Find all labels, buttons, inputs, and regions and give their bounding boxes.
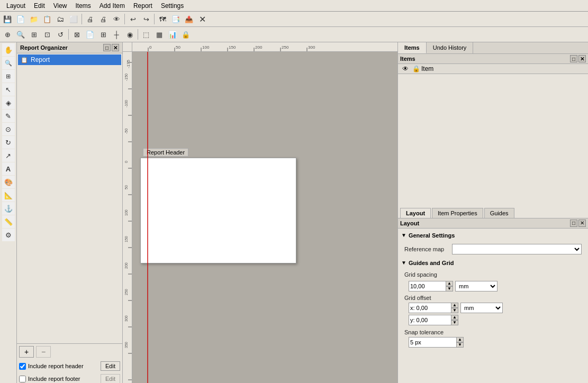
canvas-scroll[interactable]: Report Header	[132, 52, 397, 383]
rotate-tool[interactable]: ↻	[2, 136, 15, 149]
menu-report[interactable]: Report	[129, 1, 157, 11]
toolbar2-sep-2	[138, 29, 138, 40]
undo-button[interactable]: ↩	[126, 13, 139, 25]
menu-items[interactable]: Items	[71, 1, 95, 11]
add-item-button[interactable]: ⊕	[1, 28, 14, 41]
zoom-in-button[interactable]: 🔍	[14, 28, 27, 41]
grid-spacing-unit[interactable]: mm	[455, 281, 497, 291]
grid-offset-x-input[interactable]: x: 0,00	[409, 303, 451, 313]
preview-button[interactable]: 👁	[110, 13, 123, 25]
print2-button[interactable]: 🖨	[97, 13, 110, 25]
offset-y-down[interactable]: ▼	[451, 320, 458, 325]
zoom-refresh-button[interactable]: ↺	[54, 28, 67, 41]
svg-text:-50: -50	[124, 129, 128, 134]
svg-text:-175: -175	[126, 59, 131, 68]
arrow-tool[interactable]: ↗	[2, 149, 15, 162]
edit-header-button[interactable]: Edit	[101, 361, 120, 371]
canvas-body: -175 -150 -100 -50	[123, 52, 397, 383]
text-tool[interactable]: A	[2, 162, 15, 175]
items-panel: Items □ ✕ 👁 🔒 Item	[398, 54, 588, 207]
report-organizer-title: Report Organizer □ ✕	[17, 42, 122, 53]
tree-item-report[interactable]: 📋 Report	[18, 54, 121, 65]
left-toolbar: ✋ 🔍 ⊞ ↖ ◈ ✎ ⊙ ↻ ↗ A 🎨 📐 ⚓ 📏 ⚙	[0, 42, 17, 383]
tab-undo-history[interactable]: Undo History	[427, 42, 474, 53]
ruler-tool[interactable]: 📏	[2, 215, 15, 228]
stamp-tool[interactable]: ⊙	[2, 123, 15, 135]
export-button[interactable]: ⬜	[67, 13, 80, 25]
folder-button[interactable]: 🗂	[54, 13, 67, 25]
snap-tol-down[interactable]: ▼	[456, 342, 464, 348]
snap-guide-button[interactable]: ┼	[110, 28, 123, 41]
items-close-btn[interactable]: ✕	[578, 55, 586, 62]
grid-spacing-down[interactable]: ▼	[446, 286, 453, 291]
remove-section-button[interactable]: −	[36, 346, 51, 358]
menu-view[interactable]: View	[49, 1, 71, 11]
menu-edit[interactable]: Edit	[30, 1, 49, 11]
print-button[interactable]: 🖨	[84, 13, 96, 25]
view-page-button[interactable]: 📄	[84, 28, 96, 41]
snap-item-button[interactable]: ◉	[123, 28, 136, 41]
offset-x-up[interactable]: ▲	[451, 303, 458, 308]
panel-float-btn[interactable]: □	[103, 44, 111, 51]
snap-tol-up[interactable]: ▲	[456, 337, 464, 342]
new-button[interactable]: 📄	[14, 13, 27, 25]
menu-settings[interactable]: Settings	[157, 1, 188, 11]
menu-layout[interactable]: Layout	[2, 1, 30, 11]
tab-layout[interactable]: Layout	[400, 208, 431, 218]
zoom-fit-button[interactable]: ⊞	[28, 28, 40, 41]
save-as-button[interactable]: 📋	[41, 13, 53, 25]
menu-add-item[interactable]: Add Item	[95, 1, 129, 11]
grid-spacing-up[interactable]: ▲	[446, 281, 453, 286]
atlas-button[interactable]: 🗺	[156, 13, 169, 25]
save-button[interactable]: 💾	[1, 13, 14, 25]
anchor-tool[interactable]: ⚓	[2, 202, 15, 215]
atlas2-button[interactable]: 📑	[169, 13, 182, 25]
tab-items[interactable]: Items	[398, 42, 427, 53]
node-edit-tool[interactable]: ◈	[2, 96, 15, 109]
export3-button[interactable]: 📤	[183, 13, 195, 25]
grid-offset-label-row: Grid offset	[404, 293, 582, 303]
add-section-button[interactable]: +	[19, 346, 34, 358]
pan-tool[interactable]: ✋	[2, 43, 15, 56]
offset-y-up[interactable]: ▲	[451, 315, 458, 320]
layout-close-btn[interactable]: ✕	[578, 220, 586, 227]
guides-grid-header[interactable]: ▼ Guides and Grid	[400, 258, 586, 268]
edit-tool[interactable]: ✎	[2, 110, 15, 122]
grid-spacing-input[interactable]: 10,00	[409, 281, 446, 291]
color-tool[interactable]: 🎨	[2, 176, 15, 188]
select-all-button[interactable]: ⬚	[140, 28, 152, 41]
panel-close-btn[interactable]: ✕	[112, 44, 119, 51]
tab-item-properties[interactable]: Item Properties	[432, 208, 483, 218]
grid-offset-y-input[interactable]: y: 0,00	[409, 315, 451, 325]
svg-text:150: 150	[124, 236, 128, 242]
redo-button[interactable]: ↪	[140, 13, 152, 25]
edit-footer-button[interactable]: Edit	[101, 374, 120, 383]
grid-offset-inputs: x: 0,00 ▲ ▼ mm y: 0,00	[404, 303, 582, 325]
select-tool[interactable]: ↖	[2, 83, 15, 96]
general-settings-header[interactable]: ▼ General Settings	[400, 231, 586, 240]
layout-float-btn[interactable]: □	[570, 220, 577, 227]
zoom-fit-tool[interactable]: ⊞	[2, 70, 15, 83]
lock-items-button[interactable]: 🔒	[179, 28, 192, 41]
grid-offset-unit[interactable]: mm	[460, 303, 503, 313]
view-full-button[interactable]: ⊠	[70, 28, 83, 41]
items-panel-header: Items □ ✕	[398, 54, 588, 64]
grid-spacing-label: Grid spacing	[404, 271, 452, 278]
zoom-in-tool[interactable]: 🔍	[2, 57, 15, 69]
open-button[interactable]: 📁	[28, 13, 40, 25]
include-footer-checkbox[interactable]	[19, 376, 26, 382]
zoom-select-button[interactable]: ⊡	[41, 28, 53, 41]
snap-tolerance-input[interactable]: 5 px	[409, 337, 456, 348]
chart-button[interactable]: 📊	[166, 28, 179, 41]
close-button[interactable]: ✕	[196, 13, 209, 25]
grid-offset-x-spinbox: x: 0,00 ▲ ▼	[409, 303, 458, 313]
items-float-btn[interactable]: □	[570, 55, 577, 62]
settings-tool[interactable]: ⚙	[2, 229, 15, 241]
snap-grid-button[interactable]: ⊞	[97, 28, 110, 41]
offset-x-down[interactable]: ▼	[451, 308, 458, 313]
tab-guides[interactable]: Guides	[484, 208, 514, 218]
reference-map-select[interactable]	[452, 244, 582, 254]
measure-tool[interactable]: 📐	[2, 189, 15, 202]
group-button[interactable]: ▦	[153, 28, 166, 41]
include-header-checkbox[interactable]	[19, 363, 26, 370]
